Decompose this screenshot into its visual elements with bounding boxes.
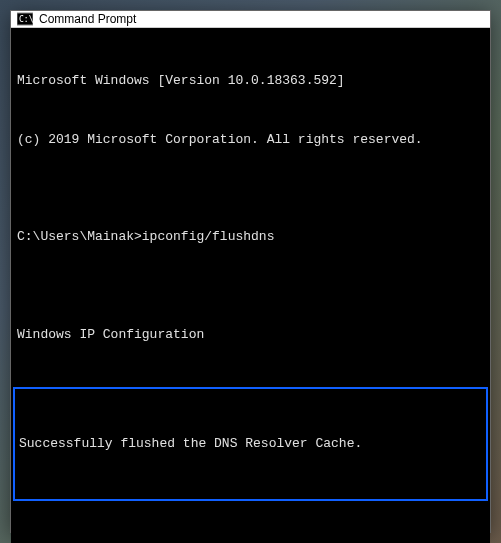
- prompt-command: C:\Users\Mainak>ipconfig/flushdns: [17, 227, 484, 247]
- highlight-box: Successfully flushed the DNS Resolver Ca…: [13, 387, 488, 501]
- terminal-body[interactable]: Microsoft Windows [Version 10.0.18363.59…: [11, 28, 490, 543]
- cmd-icon: C:\: [17, 11, 33, 27]
- command-prompt-window: C:\ Command Prompt Microsoft Windows [Ve…: [10, 10, 491, 533]
- svg-text:C:\: C:\: [19, 15, 33, 24]
- copyright-line: (c) 2019 Microsoft Corporation. All righ…: [17, 130, 484, 150]
- version-line: Microsoft Windows [Version 10.0.18363.59…: [17, 71, 484, 91]
- window-title: Command Prompt: [39, 12, 136, 26]
- titlebar[interactable]: C:\ Command Prompt: [11, 11, 490, 28]
- ip-config-header: Windows IP Configuration: [17, 325, 484, 345]
- success-message: Successfully flushed the DNS Resolver Ca…: [19, 434, 482, 454]
